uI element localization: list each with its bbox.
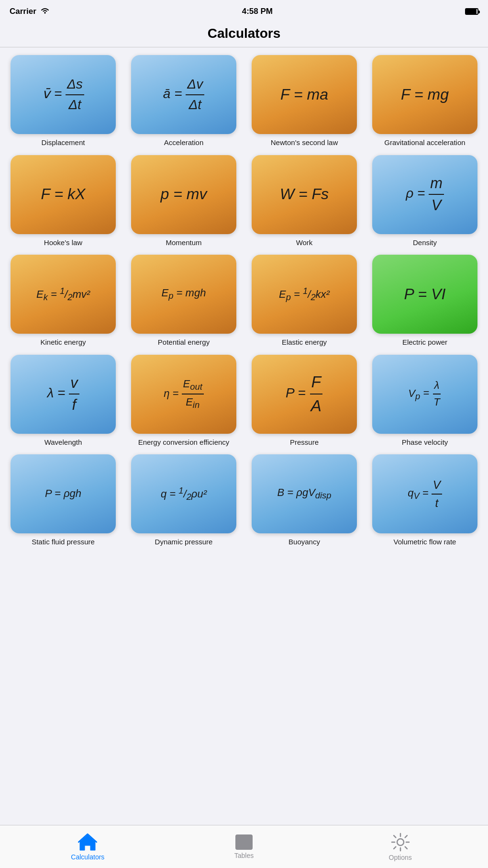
tab-calculators-label: Calculators	[71, 853, 104, 861]
calc-item-kinetic-energy[interactable]: Ek = 1/2mv² Kinetic energy	[6, 255, 121, 347]
svg-line-6	[394, 835, 396, 837]
calc-item-momentum[interactable]: p = mv Momentum	[126, 155, 241, 248]
tab-options[interactable]: Options	[377, 833, 424, 861]
calc-tile-phase-velocity[interactable]: Vp = λT	[372, 355, 477, 434]
tab-tables[interactable]: Tables	[220, 834, 268, 859]
calc-item-acceleration[interactable]: ā = ΔvΔt Acceleration	[126, 55, 241, 147]
gear-icon	[391, 833, 410, 852]
label-dynamic-pressure: Dynamic pressure	[155, 537, 213, 547]
calc-item-newtons-second[interactable]: F = ma Newton's second law	[247, 55, 362, 147]
calc-item-dynamic-pressure[interactable]: q = 1/2ρu² Dynamic pressure	[126, 454, 241, 547]
status-bar: Carrier 4:58 PM	[0, 0, 488, 21]
calc-tile-potential-energy[interactable]: Ep = mgh	[131, 255, 236, 334]
calc-tile-energy-conversion[interactable]: η = EoutEin	[131, 355, 236, 434]
label-wavelength: Wavelength	[44, 438, 82, 447]
calculator-grid: v̄ = ΔsΔt Displacement ā = ΔvΔt Accelera…	[0, 47, 488, 554]
calc-tile-volumetric-flow[interactable]: qV = Vt	[372, 454, 477, 533]
calc-tile-static-fluid[interactable]: P = ρgh	[11, 454, 116, 533]
calc-item-displacement[interactable]: v̄ = ΔsΔt Displacement	[6, 55, 121, 147]
calc-item-electric-power[interactable]: P = VI Electric power	[367, 255, 482, 347]
formula-phase-velocity: Vp = λT	[404, 375, 445, 413]
calc-tile-pressure[interactable]: P = FA	[252, 355, 357, 434]
tab-options-label: Options	[389, 854, 412, 861]
label-buoyancy: Buoyancy	[288, 537, 320, 547]
label-phase-velocity: Phase velocity	[402, 438, 448, 447]
formula-volumetric-flow: qV = Vt	[404, 473, 446, 514]
svg-line-8	[405, 835, 407, 837]
calc-tile-acceleration[interactable]: ā = ΔvΔt	[131, 55, 236, 134]
calc-item-potential-energy[interactable]: Ep = mgh Potential energy	[126, 255, 241, 347]
calc-tile-displacement[interactable]: v̄ = ΔsΔt	[11, 55, 116, 134]
calc-item-static-fluid[interactable]: P = ρgh Static fluid pressure	[6, 454, 121, 547]
label-displacement: Displacement	[42, 138, 85, 147]
calc-tile-electric-power[interactable]: P = VI	[372, 255, 477, 334]
label-kinetic-energy: Kinetic energy	[40, 338, 86, 347]
svg-line-7	[405, 846, 407, 848]
formula-buoyancy: B = ρgVdisp	[274, 482, 335, 505]
formula-energy-conversion: η = EoutEin	[160, 373, 207, 415]
label-acceleration: Acceleration	[164, 138, 204, 147]
status-battery	[465, 8, 478, 15]
formula-density: ρ = mV	[402, 170, 448, 219]
calc-item-elastic-energy[interactable]: Ep = 1/2kx² Elastic energy	[247, 255, 362, 347]
tables-icon	[235, 834, 253, 850]
calc-item-energy-conversion[interactable]: η = EoutEin Energy conversion efficiency	[126, 355, 241, 447]
calc-tile-momentum[interactable]: p = mv	[131, 155, 236, 234]
formula-wavelength: λ = vf	[43, 370, 83, 418]
formula-gravitational: F = mg	[397, 81, 453, 109]
formula-electric-power: P = VI	[400, 281, 450, 308]
calc-tile-hookes-law[interactable]: F = kX	[11, 155, 116, 234]
formula-dynamic-pressure: q = 1/2ρu²	[157, 481, 211, 507]
calc-item-buoyancy[interactable]: B = ρgVdisp Buoyancy	[247, 454, 362, 547]
calc-tile-gravitational[interactable]: F = mg	[372, 55, 477, 134]
calc-tile-dynamic-pressure[interactable]: q = 1/2ρu²	[131, 454, 236, 533]
formula-kinetic-energy: Ek = 1/2mv²	[33, 282, 94, 307]
label-volumetric-flow: Volumetric flow rate	[394, 537, 456, 547]
formula-displacement: v̄ = ΔsΔt	[38, 72, 88, 117]
calc-item-work[interactable]: W = Fs Work	[247, 155, 362, 248]
status-time: 4:58 PM	[242, 7, 273, 16]
calc-item-phase-velocity[interactable]: Vp = λT Phase velocity	[367, 355, 482, 447]
calc-tile-work[interactable]: W = Fs	[252, 155, 357, 234]
label-density: Density	[413, 238, 437, 248]
page-title: Calculators	[10, 26, 478, 41]
battery-icon	[465, 8, 478, 15]
formula-acceleration: ā = ΔvΔt	[159, 72, 208, 117]
formula-potential-energy: Ep = mgh	[158, 282, 210, 305]
svg-line-9	[394, 846, 396, 848]
calc-item-wavelength[interactable]: λ = vf Wavelength	[6, 355, 121, 447]
label-potential-energy: Potential energy	[158, 338, 210, 347]
label-momentum: Momentum	[166, 238, 201, 248]
calc-item-density[interactable]: ρ = mV Density	[367, 155, 482, 248]
label-static-fluid: Static fluid pressure	[32, 537, 95, 547]
label-work: Work	[296, 238, 313, 248]
calc-tile-wavelength[interactable]: λ = vf	[11, 355, 116, 434]
calc-item-gravitational[interactable]: F = mg Gravitational acceleration	[367, 55, 482, 147]
label-newtons-second: Newton's second law	[271, 138, 338, 147]
calc-tile-buoyancy[interactable]: B = ρgVdisp	[252, 454, 357, 533]
svg-point-1	[397, 839, 404, 845]
calc-tile-kinetic-energy[interactable]: Ek = 1/2mv²	[11, 255, 116, 334]
calc-item-hookes-law[interactable]: F = kX Hooke's law	[6, 155, 121, 248]
carrier-text: Carrier	[10, 7, 36, 16]
wifi-icon	[40, 7, 50, 16]
page-header: Calculators	[0, 21, 488, 47]
formula-newtons-second: F = ma	[277, 81, 332, 109]
calc-item-volumetric-flow[interactable]: qV = Vt Volumetric flow rate	[367, 454, 482, 547]
calc-tile-newtons-second[interactable]: F = ma	[252, 55, 357, 134]
label-hookes-law: Hooke's law	[44, 238, 82, 248]
formula-pressure: P = FA	[282, 368, 327, 420]
label-electric-power: Electric power	[402, 338, 447, 347]
calc-tile-density[interactable]: ρ = mV	[372, 155, 477, 234]
status-carrier: Carrier	[10, 7, 50, 16]
tab-tables-label: Tables	[234, 852, 254, 859]
svg-point-0	[44, 12, 45, 14]
label-pressure: Pressure	[290, 438, 319, 447]
label-gravitational: Gravitational acceleration	[384, 138, 465, 147]
calc-item-pressure[interactable]: P = FA Pressure	[247, 355, 362, 447]
calc-tile-elastic-energy[interactable]: Ep = 1/2kx²	[252, 255, 357, 334]
formula-hookes-law: F = kX	[37, 180, 89, 208]
tab-bar: Calculators Tables Options	[0, 825, 488, 868]
tab-calculators[interactable]: Calculators	[64, 833, 111, 861]
formula-momentum: p = mv	[157, 180, 211, 208]
